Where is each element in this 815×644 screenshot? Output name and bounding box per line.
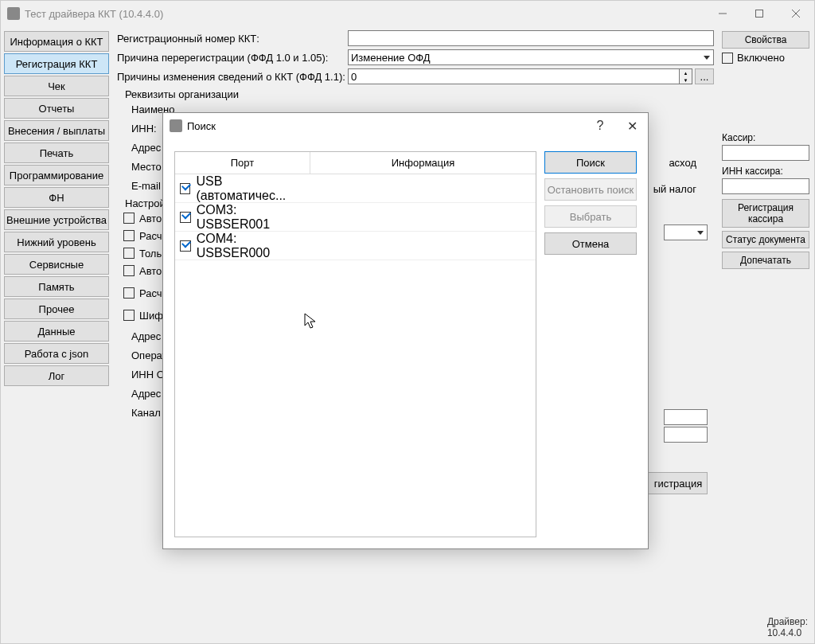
title-bar: Тест драйвера ККТ (10.4.4.0) xyxy=(1,1,814,26)
driver-version: Драйвер: 10.4.4.0 xyxy=(767,616,808,638)
cb-autom[interactable] xyxy=(123,265,135,276)
nav-deposits[interactable]: Внесения / выплаты xyxy=(4,120,109,141)
row-checkbox[interactable] xyxy=(180,240,191,252)
partial-text: ый налог xyxy=(653,183,696,195)
reasons-label: Причины изменения сведений о ККТ (ФФД 1.… xyxy=(117,71,348,83)
nav-low-level[interactable]: Нижний уровень xyxy=(4,232,109,252)
minimize-button[interactable] xyxy=(704,1,741,26)
nav-registration[interactable]: Регистрация ККТ xyxy=(4,53,109,74)
register-cashier-button[interactable]: Регистрация кассира xyxy=(722,199,809,228)
cb-raschet2[interactable] xyxy=(123,287,135,299)
nav-memory[interactable]: Память xyxy=(4,276,109,297)
nav-other[interactable]: Прочее xyxy=(4,299,109,319)
partial-input-2[interactable] xyxy=(664,427,708,443)
nav-data[interactable]: Данные xyxy=(4,321,109,342)
nav-external[interactable]: Внешние устройства xyxy=(4,209,109,230)
reasons-spinner[interactable]: ▲▼ xyxy=(680,68,692,84)
reasons-browse-button[interactable]: ... xyxy=(695,68,714,84)
close-button[interactable] xyxy=(778,1,814,26)
registration-button-partial[interactable]: гистрация xyxy=(645,472,708,494)
reprint-button[interactable]: Допечатать xyxy=(722,252,809,269)
cb-only[interactable] xyxy=(123,248,135,259)
regnum-input[interactable] xyxy=(348,30,714,46)
svg-rect-1 xyxy=(756,10,763,18)
search-dialog: Поиск ? ✕ Порт Информация USB (автоматич… xyxy=(162,112,649,549)
enabled-checkbox[interactable] xyxy=(722,53,733,64)
nav-check[interactable]: Чек xyxy=(4,76,109,96)
properties-button[interactable]: Свойства xyxy=(722,31,809,49)
search-button[interactable]: Поиск xyxy=(544,151,637,174)
inn-cashier-label: ИНН кассира: xyxy=(722,166,809,177)
rereg-dropdown[interactable]: Изменение ОФД xyxy=(348,49,714,65)
cancel-button[interactable]: Отмена xyxy=(544,232,637,255)
inn-cashier-input[interactable] xyxy=(722,178,809,194)
nav-reports[interactable]: Отчеты xyxy=(4,98,109,119)
col-port[interactable]: Порт xyxy=(175,152,310,174)
regnum-label: Регистрационный номер ККТ: xyxy=(117,33,348,45)
org-group-label: Реквизиты организации xyxy=(125,88,714,100)
col-info[interactable]: Информация xyxy=(310,152,536,174)
row-checkbox[interactable] xyxy=(180,183,190,194)
maximize-button[interactable] xyxy=(741,1,778,26)
app-icon xyxy=(7,7,20,20)
partial-input[interactable] xyxy=(664,409,708,425)
cb-raschet[interactable] xyxy=(123,230,135,241)
partial-text: асход xyxy=(669,157,696,169)
nav-json[interactable]: Работа с json xyxy=(4,343,109,364)
nav-programming[interactable]: Программирование xyxy=(4,165,109,185)
cashier-input[interactable] xyxy=(722,145,809,161)
table-row[interactable]: COM4: USBSER000 xyxy=(175,232,536,260)
rereg-label: Причина перерегистрации (ФФД 1.0 и 1.05)… xyxy=(117,52,348,64)
table-row[interactable]: USB (автоматичес... xyxy=(175,174,536,203)
nav-info[interactable]: Информация о ККТ xyxy=(4,31,109,52)
partial-dropdown[interactable] xyxy=(664,224,708,240)
select-button[interactable]: Выбрать xyxy=(544,205,637,228)
ports-table: Порт Информация USB (автоматичес... COM3… xyxy=(174,151,536,537)
window-title: Тест драйвера ККТ (10.4.4.0) xyxy=(25,8,163,20)
nav-service[interactable]: Сервисные xyxy=(4,254,109,275)
cb-cipher[interactable] xyxy=(123,310,135,321)
nav-print[interactable]: Печать xyxy=(4,142,109,163)
row-checkbox[interactable] xyxy=(180,212,191,223)
dialog-title: Поиск xyxy=(187,120,216,132)
reasons-input[interactable]: 0 xyxy=(348,68,680,84)
dialog-help-button[interactable]: ? xyxy=(584,113,616,139)
stop-search-button[interactable]: Остановить поиск xyxy=(544,178,637,201)
nav-fn[interactable]: ФН xyxy=(4,187,109,208)
nav-log[interactable]: Лог xyxy=(4,365,109,386)
dialog-close-button[interactable]: ✕ xyxy=(616,113,648,139)
table-row[interactable]: COM3: USBSER001 xyxy=(175,203,536,232)
doc-status-button[interactable]: Статус документа xyxy=(722,231,809,248)
right-panel: Свойства Включено Кассир: ИНН кассира: Р… xyxy=(719,26,814,643)
sidebar: Информация о ККТ Регистрация ККТ Чек Отч… xyxy=(1,26,112,643)
cb-auto[interactable] xyxy=(123,213,135,224)
dialog-icon xyxy=(170,119,182,132)
cashier-label: Кассир: xyxy=(722,132,809,143)
